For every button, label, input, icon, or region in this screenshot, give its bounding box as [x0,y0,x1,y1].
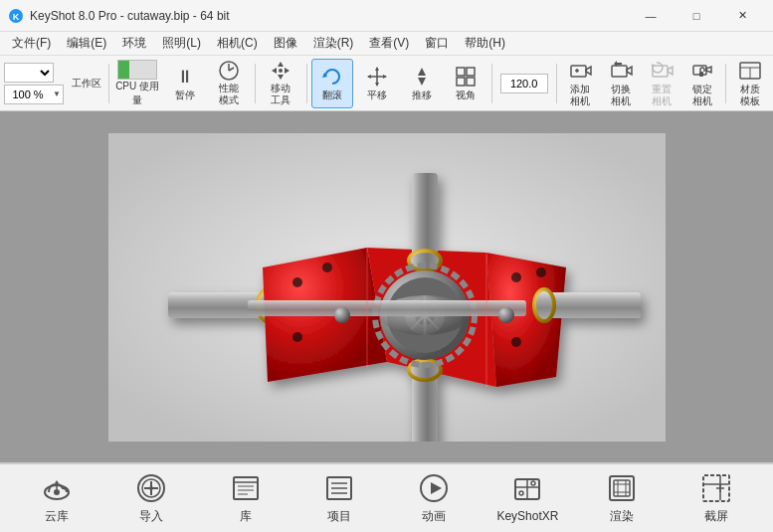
project-label: 项目 [327,508,351,525]
add-camera-button[interactable]: 添加相机 [561,59,600,108]
render-label: 渲染 [610,508,634,525]
move-tool-button[interactable]: 移动工具 [260,59,302,108]
title-bar: K KeyShot 8.0 Pro - cutaway.bip - 64 bit… [0,0,773,32]
svg-marker-5 [278,62,284,67]
3d-model-viewport [108,133,666,442]
cloud-library-icon [41,472,73,504]
reset-camera-label: 重置相机 [652,84,672,107]
toolbar: 100 % ▼ 工作区 CPU 使用量 ⏸ 暂停 性能模式 [0,56,773,111]
animation-label: 动画 [422,508,446,525]
animation-button[interactable]: 动画 [399,472,469,525]
menu-environment[interactable]: 环境 [114,33,154,54]
zoom-control[interactable]: 100 % ▼ [4,85,64,104]
minimize-button[interactable]: — [628,0,674,32]
screenshot-button[interactable]: 截屏 [681,472,751,525]
separator-6 [725,64,726,103]
svg-marker-7 [272,68,277,74]
bottom-library-cloud-button[interactable]: 云库 [22,472,92,525]
svg-point-63 [292,332,302,342]
svg-marker-16 [383,75,387,79]
render-button[interactable]: 渲染 [587,472,657,525]
library-icon [230,472,262,504]
svg-rect-34 [699,72,703,77]
svg-point-95 [519,491,523,495]
svg-point-80 [149,486,153,490]
svg-rect-81 [234,477,258,499]
svg-rect-21 [457,78,465,86]
menu-file[interactable]: 文件(F) [4,33,59,54]
switch-camera-icon [609,59,633,83]
screenshot-label: 截屏 [704,508,728,525]
svg-point-9 [279,69,283,73]
cpu-label: CPU 使用量 [113,80,161,107]
cpu-bar [117,60,157,80]
switch-camera-button[interactable]: 切换相机 [602,59,641,108]
reset-camera-icon [650,59,674,83]
svg-point-64 [322,263,332,272]
view-button[interactable]: 视角 [445,59,487,108]
project-icon [323,472,355,504]
pan-button[interactable]: 平移 [355,59,398,108]
view-icon [454,65,478,89]
menu-render[interactable]: 渲染(R) [305,33,362,54]
rotate-button[interactable]: 翻滚 [311,59,354,108]
svg-marker-33 [706,67,711,73]
menu-edit[interactable]: 编辑(E) [59,33,114,54]
project-button[interactable]: 项目 [304,472,374,525]
reset-camera-button[interactable]: 重置相机 [642,59,680,108]
svg-point-65 [511,272,521,282]
svg-marker-17 [418,68,426,76]
svg-point-71 [498,307,514,323]
maximize-button[interactable]: □ [674,0,719,32]
keyshotxr-label: KeyShotXR [496,509,558,523]
animation-icon [418,472,450,504]
cpu-usage-display: CPU 使用量 [113,59,161,108]
import-button[interactable]: 导入 [116,472,186,525]
rotate-icon [320,65,344,89]
zoom-down-arrow[interactable]: ▼ [51,89,63,98]
menu-camera[interactable]: 相机(C) [209,33,266,54]
pan-label: 平移 [367,89,387,101]
app-logo: K [8,8,24,24]
close-button[interactable]: ✕ [719,0,765,32]
zoom-value: 100 % [5,89,51,100]
pause-button[interactable]: ⏸ 暂停 [163,59,206,108]
pause-label: 暂停 [175,89,195,101]
menu-window[interactable]: 窗口 [417,33,457,54]
svg-marker-13 [375,67,379,71]
library-label: 库 [240,508,252,525]
svg-marker-14 [375,83,379,87]
svg-point-73 [54,489,60,495]
lock-camera-icon [690,59,714,83]
main-area [0,111,773,462]
viewport[interactable] [108,133,666,442]
svg-rect-19 [457,68,465,76]
switch-camera-label: 切换相机 [611,84,631,107]
push-button[interactable]: 推移 [400,59,443,108]
separator-4 [491,64,492,103]
lock-camera-button[interactable]: 锁定相机 [682,59,721,108]
menu-view[interactable]: 查看(V) [361,33,417,54]
push-label: 推移 [412,89,432,101]
svg-marker-15 [367,75,371,79]
angle-input[interactable] [500,74,548,93]
keyshotxr-button[interactable]: KeyShotXR [492,473,562,523]
bottom-bar: 云库 导入 库 [0,462,773,532]
library-button[interactable]: 库 [211,472,281,525]
workarea-dropdown[interactable] [4,63,54,83]
lock-camera-label: 锁定相机 [692,84,712,107]
material-template-button[interactable]: 材质模板 [730,59,769,108]
canvas-area[interactable] [0,111,773,462]
window-title: KeyShot 8.0 Pro - cutaway.bip - 64 bit [30,9,628,23]
menu-image[interactable]: 图像 [266,33,305,54]
svg-marker-31 [652,64,656,68]
performance-mode-button[interactable]: 性能模式 [208,59,251,108]
cloud-library-label: 云库 [45,508,69,525]
menu-help[interactable]: 帮助(H) [457,33,513,54]
svg-rect-20 [467,68,475,76]
window-controls: — □ ✕ [628,0,765,32]
svg-marker-8 [285,68,290,74]
render-icon [606,472,638,504]
separator-3 [306,64,307,103]
menu-lighting[interactable]: 照明(L) [154,33,209,54]
